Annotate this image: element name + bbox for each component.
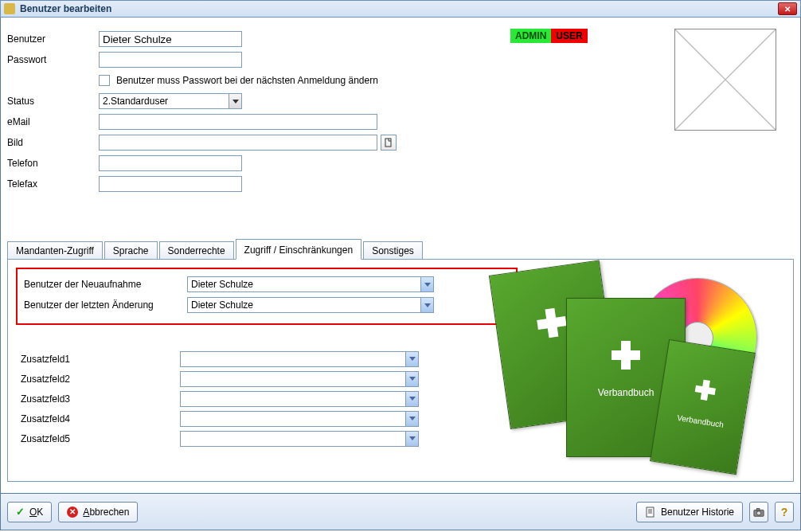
chevron-down-icon xyxy=(405,352,418,366)
neuaufnahme-value: Dieter Schulze xyxy=(188,279,420,290)
cancel-icon: ✕ xyxy=(67,507,78,518)
camera-icon xyxy=(753,507,764,518)
check-icon: ✓ xyxy=(16,506,25,518)
svg-rect-8 xyxy=(756,508,760,510)
bild-input[interactable] xyxy=(99,135,377,151)
cancel-button[interactable]: ✕ Abbrechen xyxy=(58,502,138,522)
zusatzfeld1-label: Zusatzfeld1 xyxy=(21,354,180,365)
letzte-aenderung-label: Benutzer der letzten Änderung xyxy=(24,299,187,311)
highlighted-section: Benutzer der Neuaufnahme Dieter Schulze … xyxy=(16,268,518,325)
ok-button[interactable]: ✓ OK xyxy=(7,502,52,522)
zusatzfeld4-select[interactable] xyxy=(180,411,419,427)
zusatzfeld5-select[interactable] xyxy=(180,431,419,447)
tab-bar: Mandanten-Zugriff Sprache Sonderrechte Z… xyxy=(7,238,794,259)
chevron-down-icon xyxy=(405,372,418,386)
benutzer-historie-label: Benutzer Historie xyxy=(661,507,734,518)
letzte-aenderung-select[interactable]: Dieter Schulze xyxy=(187,297,434,313)
close-icon: ✕ xyxy=(784,5,791,14)
chevron-down-icon xyxy=(405,412,418,426)
book-icon: Verbandbuch xyxy=(650,339,756,475)
file-icon xyxy=(384,138,393,147)
status-select-value: 2.Standarduser xyxy=(100,96,229,107)
titlebar: Benutzer bearbeiten ✕ xyxy=(0,0,801,18)
telefon-label: Telefon xyxy=(7,158,99,169)
user-badge: USER xyxy=(551,29,587,43)
email-label: eMail xyxy=(7,116,99,127)
bild-browse-button[interactable] xyxy=(381,135,397,151)
telefax-label: Telefax xyxy=(7,178,99,190)
help-button[interactable]: ? xyxy=(775,502,794,522)
product-illustration: Verbandbuch Verbandbuch xyxy=(506,266,761,465)
benutzer-historie-button[interactable]: Benutzer Historie xyxy=(636,502,743,522)
svg-point-9 xyxy=(756,510,760,514)
zusatzfeld2-select[interactable] xyxy=(180,371,419,387)
window-title: Benutzer bearbeiten xyxy=(20,3,773,14)
bild-label: Bild xyxy=(7,137,99,148)
status-select[interactable]: 2.Standarduser xyxy=(99,93,242,109)
chevron-down-icon xyxy=(405,392,418,406)
help-icon: ? xyxy=(781,506,788,518)
zusatzfeld1-select[interactable] xyxy=(180,351,419,367)
placeholder-cross-icon xyxy=(675,29,776,130)
footer-toolbar: ✓ OK ✕ Abbrechen Benutzer Historie ? xyxy=(0,494,801,530)
camera-button[interactable] xyxy=(749,502,768,522)
letzte-aenderung-value: Dieter Schulze xyxy=(188,299,420,311)
chevron-down-icon xyxy=(420,277,433,291)
zusatzfeld3-label: Zusatzfeld3 xyxy=(21,393,180,405)
status-label: Status xyxy=(7,96,99,107)
zusatzfeld4-label: Zusatzfeld4 xyxy=(21,413,180,424)
benutzer-label: Benutzer xyxy=(7,33,99,45)
chevron-down-icon xyxy=(229,94,241,108)
admin-badge: ADMIN xyxy=(510,29,551,43)
benutzer-input[interactable] xyxy=(99,31,242,47)
document-icon xyxy=(645,507,656,518)
tab-sonderrechte[interactable]: Sonderrechte xyxy=(159,241,234,260)
passwort-input[interactable] xyxy=(99,52,242,68)
force-pw-change-checkbox[interactable] xyxy=(99,75,110,86)
telefax-input[interactable] xyxy=(99,176,242,192)
email-input[interactable] xyxy=(99,114,377,130)
neuaufnahme-label: Benutzer der Neuaufnahme xyxy=(24,279,187,290)
tab-mandanten-zugriff[interactable]: Mandanten-Zugriff xyxy=(7,241,103,260)
zusatzfeld2-label: Zusatzfeld2 xyxy=(21,374,180,385)
svg-rect-3 xyxy=(647,507,654,517)
tab-body: Benutzer der Neuaufnahme Dieter Schulze … xyxy=(7,259,794,482)
dialog-content: ADMIN USER Benutzer Passwort Benutzer mu… xyxy=(0,18,801,494)
chevron-down-icon xyxy=(405,432,418,446)
force-pw-change-label: Benutzer muss Passwort bei der nächsten … xyxy=(116,75,378,86)
tab-sprache[interactable]: Sprache xyxy=(104,241,158,260)
passwort-label: Passwort xyxy=(7,54,99,65)
telefon-input[interactable] xyxy=(99,155,242,171)
zusatzfeld5-label: Zusatzfeld5 xyxy=(21,433,180,444)
chevron-down-icon xyxy=(420,298,433,312)
app-icon xyxy=(4,3,15,14)
tab-sonstiges[interactable]: Sonstiges xyxy=(363,241,423,260)
tab-zugriff-einschraenkungen[interactable]: Zugriff / Einschränkungen xyxy=(236,239,362,260)
zusatzfeld3-select[interactable] xyxy=(180,391,419,407)
user-image-placeholder xyxy=(674,29,776,131)
neuaufnahme-select[interactable]: Dieter Schulze xyxy=(187,276,434,292)
close-button[interactable]: ✕ xyxy=(778,2,797,15)
